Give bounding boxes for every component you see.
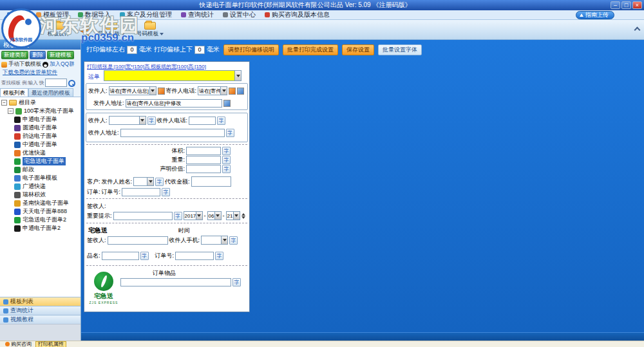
notice-input[interactable] [113, 212, 173, 220]
tree-item[interactable]: 韵达电子面单 [0, 132, 80, 140]
offset-tb-input[interactable] [194, 46, 205, 54]
dropdown-icon[interactable] [221, 236, 227, 244]
close-icon[interactable]: × [632, 1, 642, 9]
nav-query-stats[interactable]: 查询统计 [0, 306, 80, 315]
tree-item[interactable]: 圣南快递电子面单 [0, 199, 80, 207]
tree-item[interactable]: 邮政 [0, 165, 80, 174]
tree-item[interactable]: 宅急送电子面单2 [0, 216, 80, 224]
template-search-input[interactable] [45, 79, 67, 87]
menu-item-purchase-info[interactable]: 购买咨询及版本信息 [260, 10, 334, 19]
delete-button[interactable]: 删除 [30, 51, 46, 59]
tree-item[interactable]: 优速快递 [0, 149, 80, 157]
adjust-offset-help-button[interactable]: 调整打印偏移说明 [223, 44, 279, 55]
tree-item-selected[interactable]: 宅急送电子面单 [0, 157, 80, 165]
printer-properties-tab[interactable]: 打印机属性 [35, 341, 66, 347]
offset-lr-input[interactable] [127, 46, 137, 54]
sender-combo[interactable]: 请在[寄件人信息] [109, 86, 156, 95]
weight-input[interactable] [186, 156, 221, 164]
dropdown-icon[interactable] [214, 212, 221, 220]
dropdown-icon[interactable] [139, 117, 146, 124]
save-settings-button[interactable]: 保存设置 [342, 44, 374, 55]
font-edit-icon[interactable] [223, 100, 231, 107]
font-button[interactable]: 字 [232, 278, 241, 286]
font-button[interactable]: 字 [222, 156, 231, 164]
new-template-button[interactable]: 新建模板 [47, 51, 74, 59]
search-icon[interactable] [68, 80, 75, 86]
tree-item[interactable]: 天天电子面单888 [0, 207, 80, 216]
cod-label: 代收金额: [165, 178, 190, 186]
expander-icon[interactable]: − [1, 100, 7, 106]
new-category-button[interactable]: 新建类别 [1, 51, 28, 59]
paper-size-link[interactable]: 打印纸张是:[100]宽*[150]高 模板纸的宽[100]高:[150] [87, 63, 206, 70]
nav-template-list[interactable]: 模板列表 [0, 297, 80, 306]
font-button[interactable]: 字 [217, 117, 225, 125]
font-button[interactable]: 字 [155, 178, 164, 186]
join-qq-group-link[interactable]: 加入QQ群 [50, 61, 75, 68]
tree-root[interactable]: −根目录 [0, 98, 80, 107]
chevron-up-icon[interactable] [634, 27, 641, 33]
font-button[interactable]: 字 [215, 252, 223, 260]
tab-template-list[interactable]: 模板列表 [0, 88, 28, 97]
font-button[interactable]: 字 [174, 212, 182, 220]
signer-input[interactable] [108, 236, 168, 245]
font-button[interactable]: 字 [229, 236, 238, 245]
order-items-input[interactable] [120, 278, 231, 286]
recipient-phone-input[interactable] [189, 117, 216, 125]
dropdown-icon[interactable] [220, 87, 227, 95]
recipient-combo[interactable] [109, 116, 146, 125]
dropdown-icon[interactable] [233, 212, 240, 220]
edit-icon[interactable] [229, 88, 236, 95]
tree-item[interactable]: 圆通电子面单 [0, 124, 80, 132]
order-items-label: 订单物品 [153, 269, 176, 277]
dropdown-icon[interactable] [196, 212, 202, 220]
date-year-combo[interactable]: 2017 [184, 211, 203, 220]
waybill-number-combo[interactable] [104, 70, 242, 81]
edit-icon[interactable] [158, 88, 165, 95]
product-name-input[interactable] [102, 252, 139, 260]
sender-name-combo[interactable] [133, 177, 154, 186]
expander-icon[interactable]: − [8, 108, 14, 114]
batch-print-complete-settings-button[interactable]: 批量打印完成设置 [283, 44, 338, 55]
free-delivery-software-link[interactable]: 下载免费的送货单软件 [3, 69, 57, 75]
font-button[interactable]: 字 [222, 165, 231, 173]
tree-item[interactable]: 广通快递 [0, 182, 80, 191]
tree-item[interactable]: 申通电子面单2 [0, 224, 80, 232]
purchase-consult-tab[interactable]: 购买咨询 [3, 341, 33, 347]
date-month-combo[interactable]: 06 [207, 211, 222, 220]
dropdown-icon[interactable] [149, 87, 156, 95]
guide-upload-button[interactable]: 指南上传 [576, 11, 614, 19]
font-edit-icon[interactable] [237, 88, 244, 95]
order-no-input2[interactable] [175, 252, 214, 260]
menu-item-settings-center[interactable]: 设置中心 [218, 10, 260, 19]
sender-phone-combo[interactable]: 请在[寄件人: [198, 86, 227, 95]
date-spinner[interactable] [242, 213, 245, 219]
dropdown-icon[interactable] [234, 71, 241, 80]
font-button[interactable]: 字 [147, 117, 156, 125]
manual-download-link[interactable]: 手动下载模板 [8, 61, 41, 68]
font-button[interactable]: 字 [162, 188, 170, 196]
recipient-mobile-combo[interactable] [201, 236, 228, 245]
date-day-combo[interactable]: 21 [226, 211, 240, 220]
recipient-address-input[interactable] [120, 129, 225, 137]
minimize-icon[interactable]: – [611, 1, 620, 9]
menu-item-query-stats[interactable]: 查询统计 [176, 10, 218, 19]
tree-item[interactable]: 瑞林积效 [0, 191, 80, 199]
cod-amount-input[interactable] [191, 176, 231, 187]
font-button[interactable]: 字 [140, 252, 149, 260]
maximize-icon[interactable]: □ [621, 1, 631, 9]
nav-video-tutorial[interactable]: 视频教程 [0, 315, 80, 324]
order-no-input[interactable] [122, 188, 160, 196]
font-button[interactable]: 字 [226, 129, 234, 137]
tab-recent-templates[interactable]: 最近使用的模板 [28, 88, 73, 97]
batch-font-settings-button[interactable]: 批量设置字体 [378, 44, 422, 55]
tree-item[interactable]: 申通电子面单 [0, 115, 80, 124]
declared-value-input[interactable] [186, 165, 221, 173]
font-button[interactable]: 字 [222, 147, 231, 155]
tree-item[interactable]: 电子面单模板 [0, 174, 80, 182]
tree-item[interactable]: 中通电子面单 [0, 140, 80, 149]
dropdown-icon[interactable] [147, 178, 153, 185]
tree-group[interactable]: −100零米亮电子面单 [0, 107, 80, 115]
customer-label: 客户: [87, 178, 100, 186]
volume-input[interactable] [186, 147, 221, 155]
sender-address-input[interactable] [126, 99, 222, 108]
